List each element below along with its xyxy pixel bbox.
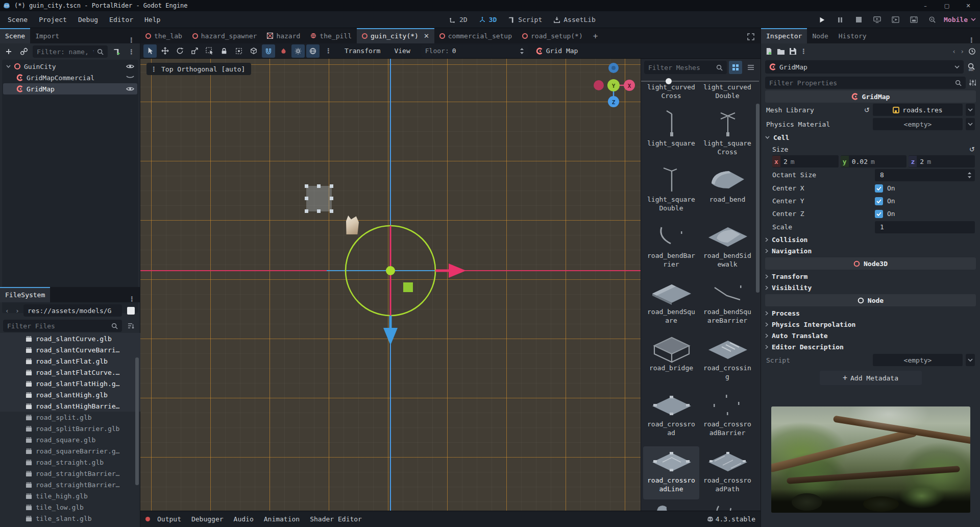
scale-tool-button[interactable] [188,44,201,58]
thumbnail-view-button[interactable] [729,61,742,74]
mesh-filter-field[interactable] [644,61,727,74]
visibility-eye-closed-icon[interactable] [126,75,134,80]
move-tool-button[interactable] [158,44,172,58]
mesh-item[interactable]: light_squareDouble [643,165,699,219]
view-menu[interactable]: View [389,47,415,55]
menu-help[interactable]: Help [139,13,166,26]
history-back-button[interactable]: ‹ [3,304,11,317]
engine-version[interactable]: 4.3.stable [716,515,755,523]
resource-menu-icon[interactable]: ⋮ [800,48,807,55]
edited-object-dropdown[interactable]: GridMap [765,60,964,74]
file-row[interactable]: road_slantFlat.glb [0,355,140,367]
view-options-menu-icon[interactable]: ⋮ [321,47,336,54]
attach-script-button[interactable] [110,45,123,58]
category-node[interactable]: Node [765,294,976,306]
snap-toggle-button[interactable] [262,44,275,58]
palette-scrollbar[interactable] [756,104,760,293]
script-dropdown[interactable] [966,354,975,366]
section-physics-interpolation[interactable]: Physics Interpolation [765,319,976,330]
mesh-item[interactable]: light_square [643,109,699,162]
viewport-3d[interactable]: ⋮ Top Orthogonal [auto] Y X Z [140,59,641,511]
file-row[interactable]: tile_high.glb [0,490,140,501]
menu-editor[interactable]: Editor [104,13,139,26]
file-row[interactable]: road_straightBarrier… [0,468,140,479]
mesh-item[interactable] [699,502,755,511]
mesh-item[interactable]: road_bend [699,165,755,219]
file-row[interactable]: road_slantFlatCurve.… [0,367,140,378]
file-row[interactable]: road_slantHigh.glb [0,389,140,400]
mesh-item[interactable]: road_bendBarrier [643,222,699,275]
mesh-item[interactable]: road_bridge [643,334,699,387]
bottom-tab-debugger[interactable]: Debugger [187,515,228,523]
tree-node-guincity[interactable]: GuinCity [3,61,137,72]
mesh-item[interactable]: road_crossroad [643,390,699,443]
file-row[interactable]: road_straight.glb [0,457,140,468]
file-row[interactable]: tile_low.glb [0,501,140,513]
add-node-button[interactable] [2,45,15,58]
cell-size-y-field[interactable]: y 0.02 m [841,155,907,167]
scene-tree-menu-icon[interactable]: ⋮ [125,49,138,55]
scene-dock-menu-icon[interactable]: ⋮ [123,37,140,43]
tab-inspector[interactable]: Inspector [761,28,807,43]
workspace-script[interactable]: Script [508,16,542,23]
tab-history[interactable]: History [834,28,872,43]
physics-material-value[interactable]: <empty> [873,118,963,130]
history-clock-icon[interactable] [968,47,976,55]
workspace-2d[interactable]: 2D [449,16,468,23]
play-button[interactable] [815,14,828,26]
mesh-library-value[interactable]: roads.tres [873,104,963,116]
mesh-filter-input[interactable] [648,64,713,71]
workspace-assetlib[interactable]: AssetLib [553,16,596,23]
menu-debug[interactable]: Debug [72,13,104,26]
spinner-updown-icon[interactable] [520,47,524,55]
sort-files-icon[interactable] [124,319,137,332]
mesh-item[interactable]: road_crossroadPath [699,446,755,499]
tree-node-gridmapcommercial[interactable]: GridMapCommercial [3,72,137,83]
file-filter-field[interactable] [3,320,122,332]
bottom-tab-audio[interactable]: Audio [230,515,258,523]
transform-menu[interactable]: Transform [337,47,387,55]
view-menu-dots-icon[interactable]: ⋮ [151,66,157,73]
center-y-checkbox[interactable]: On [875,197,975,205]
section-auto-translate[interactable]: Auto Translate [765,330,976,341]
mesh-item[interactable]: road_bendSidewalk [699,222,755,275]
open-documentation-button[interactable]: DOC [967,62,976,71]
section-visibility[interactable]: Visibility [765,282,976,293]
property-tools-icon[interactable] [969,79,976,86]
preview-sunlight-button[interactable] [291,44,305,58]
mesh-item[interactable] [643,502,699,511]
workspace-3d[interactable]: 3D [479,16,497,23]
bottom-tab-shader-editor[interactable]: Shader Editor [306,515,366,523]
movie-writer-button[interactable] [907,14,920,26]
add-metadata-button[interactable]: + Add Metadata [820,371,922,385]
section-editor-description[interactable]: Editor Description [765,341,976,352]
mesh-item[interactable]: road_crossing [699,334,755,387]
history-forward-button[interactable]: › [13,304,21,317]
octant-size-spinbox[interactable]: 8 [875,169,975,181]
run-profile-dropdown[interactable]: Mobile [944,16,976,23]
load-resource-folder-icon[interactable] [777,48,785,55]
mesh-item[interactable]: light_squareCross [699,109,755,162]
lock-icon[interactable] [217,44,231,58]
list-select-tool-button[interactable] [203,44,216,58]
filesystem-scrollbar[interactable] [135,357,139,485]
file-row[interactable]: tile_slant.glb [0,513,140,524]
cell-size-z-field[interactable]: z 2 m [909,155,975,167]
collapse-arrow-icon[interactable] [6,65,11,68]
section-cell[interactable]: Cell [765,131,976,143]
new-resource-icon[interactable] [765,47,773,55]
revert-icon[interactable]: ↺ [969,146,975,153]
section-collision[interactable]: Collision [765,234,976,245]
view-label-chip[interactable]: ⋮ Top Orthogonal [auto] [146,63,251,75]
file-filter-input[interactable] [7,322,108,330]
scene-tab-the-lab[interactable]: the_lab [140,28,187,43]
distraction-free-button[interactable] [744,30,757,43]
section-transform[interactable]: Transform [765,271,976,282]
scene-filter-input[interactable] [37,48,94,56]
toggle-split-mode-button[interactable] [124,304,137,317]
category-gridmap[interactable]: GridMap [765,90,976,103]
tab-filesystem[interactable]: FileSystem [0,287,50,302]
file-row[interactable]: road_slantCurveBarri… [0,344,140,355]
maximize-button[interactable]: ▢ [938,1,955,11]
close-button[interactable]: ✕ [960,1,977,11]
